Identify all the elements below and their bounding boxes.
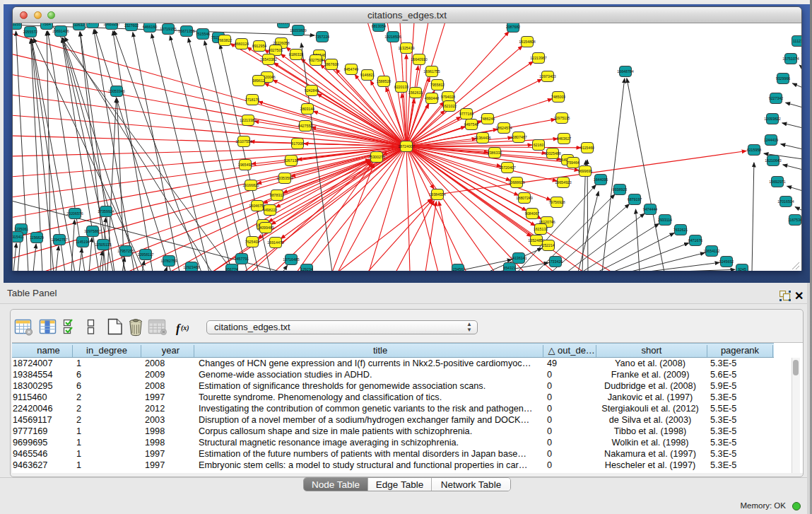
svg-text:1562615: 1562615 xyxy=(408,90,423,95)
svg-text:20206576: 20206576 xyxy=(66,211,83,216)
svg-text:6497548: 6497548 xyxy=(464,122,479,127)
svg-text:15692971: 15692971 xyxy=(769,180,785,184)
svg-text:17957255: 17957255 xyxy=(117,249,134,253)
svg-text:7485003: 7485003 xyxy=(551,95,566,99)
svg-text:129234: 129234 xyxy=(300,267,313,271)
svg-text:19166825: 19166825 xyxy=(242,183,259,187)
svg-text:2386332: 2386332 xyxy=(488,151,502,155)
svg-text:11325419: 11325419 xyxy=(399,46,415,50)
svg-text:8938923: 8938923 xyxy=(613,187,628,192)
svg-text:8912954: 8912954 xyxy=(252,44,267,48)
svg-text:7955812: 7955812 xyxy=(430,83,445,87)
svg-text:9474444: 9474444 xyxy=(643,207,658,211)
svg-text:9327508: 9327508 xyxy=(309,58,324,62)
svg-text:12975115: 12975115 xyxy=(554,116,570,120)
svg-text:13353594: 13353594 xyxy=(276,176,293,180)
svg-text:10653257: 10653257 xyxy=(103,23,119,26)
svg-text:9245: 9245 xyxy=(738,267,746,271)
svg-text:10958117: 10958117 xyxy=(138,252,154,257)
svg-text:16107554: 16107554 xyxy=(235,139,252,144)
svg-text:8454749: 8454749 xyxy=(344,67,359,71)
svg-text:1588520: 1588520 xyxy=(377,79,392,83)
svg-text:1244419: 1244419 xyxy=(764,138,779,142)
svg-text:19218506: 19218506 xyxy=(384,35,401,39)
svg-text:18724007: 18724007 xyxy=(398,144,414,148)
svg-text:7564: 7564 xyxy=(42,23,51,26)
svg-text:12505135: 12505135 xyxy=(95,243,111,247)
svg-text:17359924: 17359924 xyxy=(98,209,114,214)
svg-text:10719155: 10719155 xyxy=(160,27,176,31)
svg-text:1235061: 1235061 xyxy=(14,227,29,231)
svg-text:(x): (x) xyxy=(181,324,189,332)
svg-text:8186328: 8186328 xyxy=(289,52,304,57)
svg-text:21364436: 21364436 xyxy=(474,136,490,140)
svg-text:32975867: 32975867 xyxy=(84,229,100,233)
svg-text:1615132: 1615132 xyxy=(534,227,548,231)
svg-text:13716485: 13716485 xyxy=(283,257,299,262)
svg-text:2867608: 2867608 xyxy=(324,62,339,66)
svg-text:23456: 23456 xyxy=(453,267,464,271)
svg-text:7663822: 7663822 xyxy=(218,38,233,42)
svg-text:10632: 10632 xyxy=(74,23,85,27)
svg-text:9777169: 9777169 xyxy=(459,112,474,116)
svg-text:12942757: 12942757 xyxy=(51,238,67,242)
svg-text:9115460: 9115460 xyxy=(580,146,594,150)
svg-text:8215958: 8215958 xyxy=(747,148,762,152)
svg-text:16210643: 16210643 xyxy=(765,158,781,163)
svg-text:8220133: 8220133 xyxy=(394,85,409,89)
svg-text:9329966: 9329966 xyxy=(776,76,791,81)
svg-text:2055572: 2055572 xyxy=(23,30,38,34)
svg-text:7625402: 7625402 xyxy=(245,240,260,244)
svg-text:10807487: 10807487 xyxy=(510,135,526,139)
svg-text:1156829: 1156829 xyxy=(30,235,44,240)
svg-text:12923468: 12923468 xyxy=(183,265,199,269)
svg-text:1145194: 1145194 xyxy=(76,240,90,244)
svg-text:8878312: 8878312 xyxy=(270,193,285,197)
svg-text:1527602: 1527602 xyxy=(124,23,139,28)
svg-text:10782759: 10782759 xyxy=(160,259,177,263)
svg-text:16648784: 16648784 xyxy=(617,69,633,74)
svg-text:9227342: 9227342 xyxy=(769,96,784,100)
svg-text:9794028: 9794028 xyxy=(441,95,456,99)
svg-text:9699695: 9699695 xyxy=(578,169,593,173)
svg-text:9457791: 9457791 xyxy=(235,257,249,261)
svg-text:20691406: 20691406 xyxy=(52,29,69,33)
svg-text:9242848: 9242848 xyxy=(305,88,319,93)
svg-text:956774: 956774 xyxy=(225,267,238,271)
svg-text:9444: 9444 xyxy=(88,23,97,25)
svg-text:18624574: 18624574 xyxy=(495,126,512,130)
svg-text:4990448: 4990448 xyxy=(425,96,440,100)
svg-text:1644095: 1644095 xyxy=(594,177,608,182)
svg-text:2087682: 2087682 xyxy=(506,25,521,29)
svg-text:19654923: 19654923 xyxy=(555,180,571,185)
svg-text:19384554: 19384554 xyxy=(429,192,445,197)
svg-text:16543382: 16543382 xyxy=(260,57,276,62)
svg-text:10688609: 10688609 xyxy=(508,180,524,185)
svg-text:2718176: 2718176 xyxy=(245,98,260,102)
svg-text:79756928: 79756928 xyxy=(548,200,565,204)
svg-text:16640910: 16640910 xyxy=(411,57,427,62)
svg-text:10654112: 10654112 xyxy=(704,249,720,253)
svg-text:759464: 759464 xyxy=(567,160,579,165)
svg-text:3915411: 3915411 xyxy=(13,235,24,239)
svg-text:9084067: 9084067 xyxy=(525,211,540,216)
svg-text:12213967: 12213967 xyxy=(530,56,546,60)
svg-text:252214: 252214 xyxy=(542,243,555,247)
svg-text:4498222: 4498222 xyxy=(263,208,278,212)
svg-text:10025488: 10025488 xyxy=(544,151,560,156)
svg-text:15720407: 15720407 xyxy=(499,165,515,170)
svg-text:9463627: 9463627 xyxy=(557,136,572,141)
svg-text:2803144: 2803144 xyxy=(300,107,315,111)
svg-text:7632621: 7632621 xyxy=(673,228,688,232)
svg-text:7515546: 7515546 xyxy=(196,32,211,36)
svg-text:14099489: 14099489 xyxy=(257,226,273,230)
svg-text:16914479: 16914479 xyxy=(267,240,283,245)
svg-text:8427552: 8427552 xyxy=(298,124,313,128)
svg-text:9327505: 9327505 xyxy=(269,48,283,52)
svg-text:1965492: 1965492 xyxy=(238,163,253,167)
svg-text:15751074: 15751074 xyxy=(782,57,799,61)
svg-text:1621022: 1621022 xyxy=(442,104,457,108)
svg-text:16046756: 16046756 xyxy=(249,204,265,208)
svg-text:20053346: 20053346 xyxy=(108,89,124,93)
svg-text:14136141: 14136141 xyxy=(510,256,526,260)
